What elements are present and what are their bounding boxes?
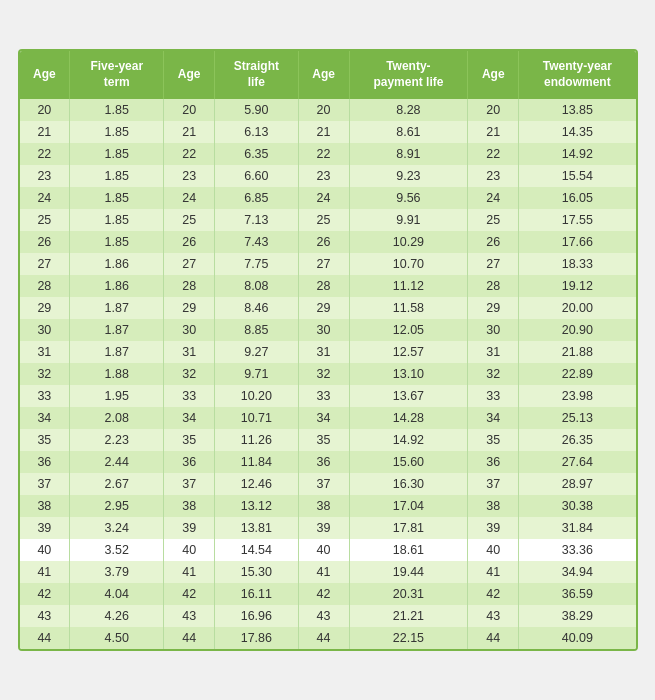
table-cell: 32 <box>164 363 215 385</box>
table-cell: 38 <box>468 495 519 517</box>
table-row: 201.85205.90208.282013.85 <box>20 99 636 121</box>
table-cell: 40 <box>468 539 519 561</box>
table-cell: 16.30 <box>349 473 468 495</box>
table-cell: 7.75 <box>215 253 298 275</box>
table-cell: 9.27 <box>215 341 298 363</box>
table-cell: 33 <box>298 385 349 407</box>
table-cell: 3.79 <box>70 561 164 583</box>
table-cell: 41 <box>468 561 519 583</box>
table-cell: 9.23 <box>349 165 468 187</box>
header-straight-life: Straightlife <box>215 51 298 98</box>
table-cell: 32 <box>468 363 519 385</box>
table-cell: 1.86 <box>70 253 164 275</box>
table-cell: 21.88 <box>519 341 636 363</box>
table-cell: 16.96 <box>215 605 298 627</box>
table-row: 362.443611.843615.603627.64 <box>20 451 636 473</box>
table-cell: 22 <box>468 143 519 165</box>
table-cell: 24 <box>298 187 349 209</box>
table-cell: 20.00 <box>519 297 636 319</box>
table-row: 231.85236.60239.232315.54 <box>20 165 636 187</box>
table-cell: 43 <box>468 605 519 627</box>
table-cell: 26 <box>164 231 215 253</box>
table-row: 352.233511.263514.923526.35 <box>20 429 636 451</box>
table-cell: 20.90 <box>519 319 636 341</box>
table-row: 281.86288.082811.122819.12 <box>20 275 636 297</box>
table-cell: 17.55 <box>519 209 636 231</box>
table-cell: 36.59 <box>519 583 636 605</box>
table-cell: 21 <box>20 121 70 143</box>
table-cell: 44 <box>468 627 519 649</box>
table-cell: 3.52 <box>70 539 164 561</box>
table-cell: 11.12 <box>349 275 468 297</box>
table-cell: 36 <box>20 451 70 473</box>
table-cell: 38.29 <box>519 605 636 627</box>
table-cell: 44 <box>20 627 70 649</box>
table-cell: 43 <box>20 605 70 627</box>
table-header-row: Age Five-yearterm Age Straightlife Age T… <box>20 51 636 98</box>
table-cell: 35 <box>298 429 349 451</box>
table-cell: 10.29 <box>349 231 468 253</box>
table-cell: 39 <box>164 517 215 539</box>
table-cell: 9.71 <box>215 363 298 385</box>
table-cell: 26 <box>298 231 349 253</box>
table-cell: 34 <box>298 407 349 429</box>
table-cell: 21.21 <box>349 605 468 627</box>
table-cell: 16.11 <box>215 583 298 605</box>
table-cell: 33 <box>20 385 70 407</box>
table-cell: 34 <box>468 407 519 429</box>
table-cell: 28 <box>164 275 215 297</box>
table-cell: 25 <box>468 209 519 231</box>
table-cell: 1.85 <box>70 99 164 121</box>
table-cell: 14.54 <box>215 539 298 561</box>
table-cell: 22.15 <box>349 627 468 649</box>
table-cell: 35 <box>468 429 519 451</box>
table-cell: 42 <box>298 583 349 605</box>
table-cell: 2.44 <box>70 451 164 473</box>
table-cell: 39 <box>468 517 519 539</box>
table-cell: 40 <box>164 539 215 561</box>
table-cell: 8.61 <box>349 121 468 143</box>
table-cell: 29 <box>164 297 215 319</box>
table-cell: 10.20 <box>215 385 298 407</box>
table-cell: 1.88 <box>70 363 164 385</box>
table-cell: 10.70 <box>349 253 468 275</box>
table-row: 424.044216.114220.314236.59 <box>20 583 636 605</box>
table-cell: 1.87 <box>70 319 164 341</box>
table-cell: 27 <box>298 253 349 275</box>
header-age2: Age <box>164 51 215 98</box>
insurance-table: Age Five-yearterm Age Straightlife Age T… <box>18 49 638 650</box>
table-cell: 16.05 <box>519 187 636 209</box>
table-cell: 37 <box>20 473 70 495</box>
header-twenty-year-endowment: Twenty-yearendowment <box>519 51 636 98</box>
table-cell: 38 <box>164 495 215 517</box>
table-cell: 17.81 <box>349 517 468 539</box>
table-cell: 40 <box>20 539 70 561</box>
header-twenty-payment-life: Twenty-payment life <box>349 51 468 98</box>
table-cell: 31 <box>20 341 70 363</box>
table-cell: 32 <box>298 363 349 385</box>
table-cell: 8.46 <box>215 297 298 319</box>
table-cell: 26.35 <box>519 429 636 451</box>
table-cell: 8.08 <box>215 275 298 297</box>
table-cell: 2.67 <box>70 473 164 495</box>
table-cell: 12.57 <box>349 341 468 363</box>
table-cell: 44 <box>164 627 215 649</box>
table-cell: 1.95 <box>70 385 164 407</box>
table-cell: 6.85 <box>215 187 298 209</box>
table-cell: 34.94 <box>519 561 636 583</box>
table-row: 321.88329.713213.103222.89 <box>20 363 636 385</box>
table-cell: 40.09 <box>519 627 636 649</box>
table-cell: 19.44 <box>349 561 468 583</box>
table-cell: 36 <box>164 451 215 473</box>
table-row: 311.87319.273112.573121.88 <box>20 341 636 363</box>
table-cell: 34 <box>164 407 215 429</box>
table-row: 372.673712.463716.303728.97 <box>20 473 636 495</box>
table-cell: 38 <box>20 495 70 517</box>
table-cell: 33 <box>164 385 215 407</box>
table-cell: 13.12 <box>215 495 298 517</box>
table-cell: 6.35 <box>215 143 298 165</box>
table-row: 382.953813.123817.043830.38 <box>20 495 636 517</box>
table-cell: 42 <box>164 583 215 605</box>
table-cell: 21 <box>164 121 215 143</box>
table-cell: 37 <box>164 473 215 495</box>
